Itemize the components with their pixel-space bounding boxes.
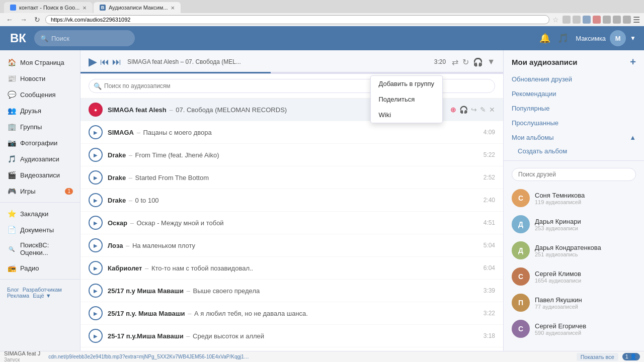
track-play-button[interactable]: ▶ bbox=[89, 193, 103, 207]
track-play-button[interactable]: ▶ bbox=[89, 261, 103, 275]
track-play-button[interactable]: ▶ bbox=[89, 238, 103, 252]
toolbar-icon-ext7[interactable] bbox=[623, 16, 631, 24]
user-info[interactable]: Максимка М ▼ bbox=[576, 30, 636, 46]
dropdown-wiki[interactable]: Wiki bbox=[371, 107, 443, 123]
track-item[interactable]: ▶ SIMAGA – Пацаны с моего двора 4:09 bbox=[80, 121, 503, 144]
toolbar-icon-ext6[interactable] bbox=[613, 16, 621, 24]
player-next-button[interactable]: ⏭ bbox=[112, 57, 121, 67]
player-shuffle-button[interactable]: ⇄ bbox=[452, 57, 458, 67]
player-play-button[interactable]: ▶ bbox=[89, 55, 97, 68]
friend-name: Соня Темникова bbox=[535, 192, 585, 199]
track-play-button[interactable]: ▶ bbox=[89, 284, 103, 298]
track-repost-button[interactable]: ↪ bbox=[471, 106, 477, 114]
track-headphone-button[interactable]: 🎧 bbox=[459, 106, 468, 114]
track-artist: Оскар bbox=[108, 219, 127, 227]
show-all-button[interactable]: Показать все bbox=[577, 353, 618, 361]
track-play-button[interactable]: ● bbox=[89, 103, 103, 117]
sidebar-footer-dev[interactable]: Разработчикам bbox=[23, 287, 62, 293]
browser-tab-2[interactable]: В Аудиозаписи Максим... × bbox=[94, 2, 181, 13]
header-search-box[interactable]: 🔍 bbox=[34, 30, 135, 46]
track-item[interactable]: ▶ Drake – 0 to 100 2:40 bbox=[80, 189, 503, 212]
refresh-button[interactable]: ↻ bbox=[32, 15, 42, 25]
sidebar-footer-blog[interactable]: Блог bbox=[7, 287, 19, 293]
sidebar-item-photos[interactable]: 📷 Фотографии bbox=[0, 135, 80, 151]
toolbar-icon-ext1[interactable] bbox=[562, 16, 571, 24]
sidebar-label-my-page: Моя Страница bbox=[20, 59, 64, 66]
player-more-button[interactable]: ▼ bbox=[487, 57, 495, 66]
add-audio-button[interactable]: + bbox=[630, 56, 636, 68]
toolbar-icon-ext3[interactable] bbox=[583, 16, 591, 24]
player-repeat-button[interactable]: ↻ bbox=[462, 57, 469, 67]
sidebar-item-bookmarks[interactable]: ⭐ Закладки bbox=[0, 206, 80, 222]
friend-item[interactable]: С Сергей Климов 1654 аудиозаписи bbox=[504, 263, 644, 290]
dropdown-share[interactable]: Поделиться bbox=[371, 92, 443, 107]
right-albums-section[interactable]: Мои альбомы ▲ bbox=[504, 130, 644, 145]
back-button[interactable]: ← bbox=[4, 15, 15, 25]
track-item[interactable]: ▶ 25/17 п.у. Миша Маваши – А я любил теб… bbox=[80, 302, 503, 325]
url-bar[interactable] bbox=[45, 15, 549, 24]
track-add-button[interactable]: ⊕ bbox=[450, 106, 456, 114]
tab-close-1[interactable]: × bbox=[83, 4, 87, 12]
sidebar-footer-ads[interactable]: Реклама bbox=[7, 293, 29, 299]
track-item[interactable]: ▶ Drake – Started From The Bottom 2:52 bbox=[80, 166, 503, 189]
sidebar-label-searchvs: ПоискВС: Оценки... bbox=[20, 241, 73, 256]
track-play-button[interactable]: ▶ bbox=[89, 125, 103, 139]
player-progress-bar[interactable] bbox=[80, 72, 503, 73]
sidebar-item-radio[interactable]: 📻 Радио bbox=[0, 260, 80, 276]
track-item[interactable]: ▶ Кабриолет – Кто-то нам с тобой позавид… bbox=[80, 257, 503, 280]
dropdown-add-to-group[interactable]: Добавить в группу bbox=[371, 76, 443, 92]
friends-search-input[interactable] bbox=[512, 168, 636, 181]
track-artist: 25-17 п.у.Миша Маваши bbox=[108, 332, 184, 340]
chrome-menu-button[interactable]: ☰ bbox=[633, 15, 640, 25]
track-item[interactable]: ▶ Drake – From Time (feat. Jhené Aiko) 5… bbox=[80, 144, 503, 166]
right-nav-friends-updates[interactable]: Обновления друзей bbox=[504, 72, 644, 86]
friend-item[interactable]: П Павел Якушкин 77 аудиозаписей bbox=[504, 290, 644, 316]
sidebar-item-documents[interactable]: 📄 Документы bbox=[0, 222, 80, 238]
track-play-button[interactable]: ▶ bbox=[89, 170, 103, 185]
friend-item[interactable]: С Соня Темникова 119 аудиозаписей bbox=[504, 185, 644, 211]
toolbar-icon-ext4[interactable] bbox=[593, 16, 601, 24]
track-play-button[interactable]: ▶ bbox=[89, 216, 103, 230]
track-play-button[interactable]: ▶ bbox=[89, 148, 103, 162]
toolbar-icon-star[interactable]: ☆ bbox=[552, 16, 560, 24]
notification-user-icon: 👤 bbox=[630, 353, 637, 359]
notifications-icon[interactable]: 🔔 bbox=[539, 33, 550, 44]
sidebar-item-games[interactable]: 🎮 Игры 1 bbox=[0, 183, 80, 199]
sidebar-item-news[interactable]: 📰 Новости bbox=[0, 70, 80, 86]
music-icon[interactable]: 🎵 bbox=[557, 33, 569, 44]
toolbar-icon-ext5[interactable] bbox=[603, 16, 611, 24]
sidebar-item-friends[interactable]: 👥 Друзья bbox=[0, 103, 80, 119]
sidebar-item-messages[interactable]: 💬 Сообщения bbox=[0, 86, 80, 103]
friend-item[interactable]: Д Дарья Кондратенкова 251 аудиозапись bbox=[504, 237, 644, 263]
toolbar-icon-ext2[interactable] bbox=[573, 16, 581, 24]
tab-close-2[interactable]: × bbox=[171, 4, 175, 12]
sidebar-item-audio[interactable]: 🎵 Аудиозаписи bbox=[0, 151, 80, 167]
right-nav-popular[interactable]: Популярные bbox=[504, 101, 644, 116]
browser-tab-1[interactable]: контакт - Поиск в Goo... × bbox=[4, 2, 93, 13]
sidebar-item-my-page[interactable]: 🏠 Моя Страница bbox=[0, 54, 80, 70]
track-play-button[interactable]: ▶ bbox=[89, 329, 103, 343]
sidebar-item-groups[interactable]: 🏢 Группы bbox=[0, 119, 80, 135]
player-headphones-button[interactable]: 🎧 bbox=[473, 57, 483, 67]
right-nav-listened[interactable]: Прослушанные bbox=[504, 116, 644, 130]
sidebar-footer-more[interactable]: Ещё ▼ bbox=[33, 293, 51, 299]
friend-item[interactable]: Д Дарья Кринари 253 аудиозаписи bbox=[504, 211, 644, 237]
track-item[interactable]: ▶ Оскар – Оскар - Между мной и тобой 4:5… bbox=[80, 212, 503, 234]
user-dropdown-icon[interactable]: ▼ bbox=[630, 35, 636, 42]
track-item[interactable]: ▶ 25/17 п.у Миша Маваши – Выше своего пр… bbox=[80, 280, 503, 302]
track-item[interactable]: ▶ Лоза – На маленьком плоту 5:04 bbox=[80, 234, 503, 257]
track-title: 07. Свобода (MELOMAN RECORDS) bbox=[176, 106, 287, 114]
sidebar-item-searchvs[interactable]: 🔍 ПоискВС: Оценки... bbox=[0, 238, 80, 260]
forward-button[interactable]: → bbox=[18, 15, 29, 25]
track-item[interactable]: ▶ 25-17 п.у.Миша Маваши – Среди высоток … bbox=[80, 325, 503, 347]
track-delete-button[interactable]: ✕ bbox=[489, 106, 495, 114]
sidebar-item-video[interactable]: 🎬 Видеозаписи bbox=[0, 167, 80, 183]
player-prev-button[interactable]: ⏮ bbox=[100, 57, 109, 67]
track-edit-button[interactable]: ✎ bbox=[480, 106, 486, 114]
header-search-input[interactable] bbox=[51, 35, 122, 42]
notification-badge[interactable]: 1 👤 bbox=[622, 353, 640, 360]
friend-item[interactable]: С Сергей Егоричев 590 аудиозаписей bbox=[504, 316, 644, 342]
track-play-button[interactable]: ▶ bbox=[89, 306, 103, 320]
right-nav-recommendations[interactable]: Рекомендации bbox=[504, 86, 644, 101]
create-album-link[interactable]: Создать альбом bbox=[504, 145, 644, 157]
